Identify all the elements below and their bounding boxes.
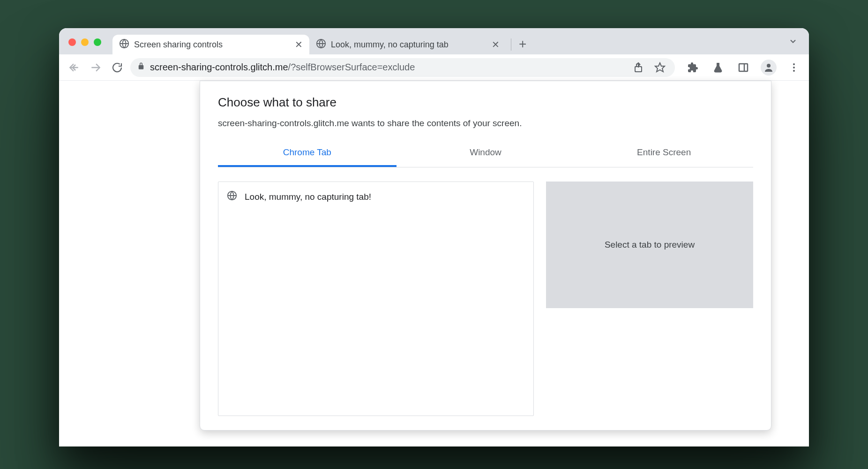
side-panel-icon[interactable] (735, 59, 752, 76)
browser-window: Screen sharing controls ✕ Look, mummy, n… (59, 28, 809, 446)
svg-rect-8 (739, 64, 748, 71)
preview-placeholder: Select a tab to preview (546, 182, 753, 308)
dialog-title: Choose what to share (218, 95, 753, 110)
close-tab-icon[interactable]: ✕ (294, 40, 303, 49)
preview-text: Select a tab to preview (605, 240, 695, 250)
url-text: screen-sharing-controls.glitch.me/?selfB… (150, 62, 625, 73)
dialog-body: Look, mummy, no capturing tab! Select a … (218, 167, 753, 430)
address-bar[interactable]: screen-sharing-controls.glitch.me/?selfB… (130, 58, 675, 77)
list-item[interactable]: Look, mummy, no capturing tab! (225, 188, 527, 206)
svg-point-13 (793, 70, 795, 72)
globe-icon (119, 38, 129, 51)
maximize-window-button[interactable] (94, 38, 101, 46)
list-item-label: Look, mummy, no capturing tab! (245, 192, 371, 202)
dialog-tab-entire-screen[interactable]: Entire Screen (575, 142, 753, 167)
shareable-tab-list: Look, mummy, no capturing tab! (218, 182, 534, 416)
svg-point-12 (793, 67, 795, 68)
lock-icon (137, 62, 145, 73)
labs-icon[interactable] (710, 59, 726, 76)
url-host: screen-sharing-controls.glitch.me (150, 62, 288, 72)
dialog-subtitle: screen-sharing-controls.glitch.me wants … (218, 118, 753, 129)
browser-tabs: Screen sharing controls ✕ Look, mummy, n… (112, 33, 526, 54)
svg-point-10 (767, 64, 771, 68)
forward-button[interactable] (87, 59, 104, 76)
svg-point-11 (793, 63, 795, 65)
menu-icon[interactable] (786, 59, 802, 76)
dialog-tab-chrome-tab[interactable]: Chrome Tab (218, 142, 397, 167)
globe-icon (227, 190, 237, 203)
profile-avatar[interactable] (760, 59, 777, 76)
page-viewport: Choose what to share screen-sharing-cont… (59, 81, 809, 446)
back-button[interactable] (66, 59, 82, 76)
share-url-icon[interactable] (630, 59, 647, 76)
minimize-window-button[interactable] (81, 38, 89, 46)
all-tabs-button[interactable] (788, 37, 798, 48)
svg-marker-7 (655, 63, 665, 72)
close-window-button[interactable] (68, 38, 76, 46)
extensions-icon[interactable] (684, 59, 701, 76)
close-tab-icon[interactable]: ✕ (491, 40, 500, 49)
dialog-tab-window[interactable]: Window (397, 142, 575, 167)
toolbar: screen-sharing-controls.glitch.me/?selfB… (59, 54, 809, 81)
globe-icon (316, 38, 326, 51)
tab-strip: Screen sharing controls ✕ Look, mummy, n… (59, 28, 809, 54)
window-controls (68, 38, 101, 46)
url-query: ?selfBrowserSurface=exclude (291, 62, 415, 72)
new-tab-button[interactable]: + (519, 37, 526, 52)
screen-share-dialog: Choose what to share screen-sharing-cont… (200, 81, 771, 431)
tab-divider (511, 38, 511, 51)
tab-title: Screen sharing controls (134, 40, 290, 50)
tab-title: Look, mummy, no capturing tab (331, 40, 486, 50)
browser-tab-active[interactable]: Screen sharing controls ✕ (112, 35, 309, 54)
bookmark-star-icon[interactable] (651, 59, 668, 76)
toolbar-actions (684, 59, 802, 76)
reload-button[interactable] (109, 59, 126, 76)
dialog-tabs: Chrome Tab Window Entire Screen (218, 142, 753, 167)
browser-tab[interactable]: Look, mummy, no capturing tab ✕ (309, 35, 506, 54)
